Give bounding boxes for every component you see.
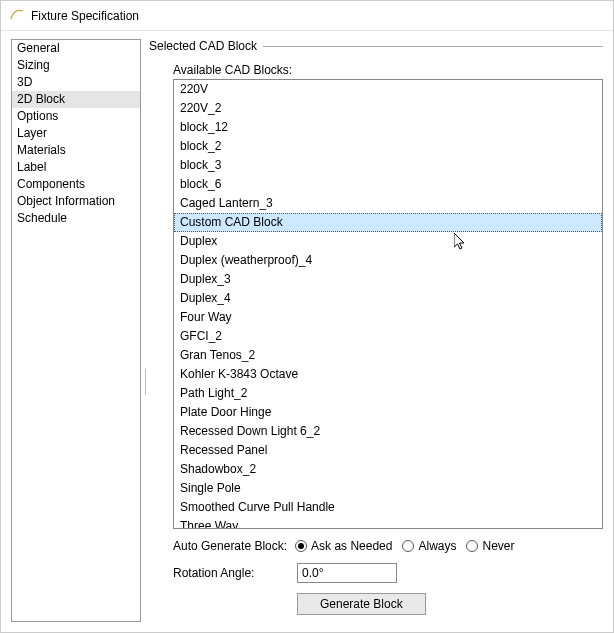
- splitter-handle[interactable]: [143, 369, 147, 395]
- group-divider: [263, 46, 603, 47]
- list-item[interactable]: Path Light_2: [174, 384, 602, 403]
- sidebar-item[interactable]: Sizing: [12, 57, 140, 74]
- cad-block-list[interactable]: 220V220V_2block_12block_2block_3block_6C…: [173, 79, 603, 529]
- auto-generate-radio-group: Ask as NeededAlwaysNever: [295, 539, 514, 553]
- list-item[interactable]: Duplex (weatherproof)_4: [174, 251, 602, 270]
- sidebar-item[interactable]: Label: [12, 159, 140, 176]
- sidebar-item[interactable]: Layer: [12, 125, 140, 142]
- list-item[interactable]: Caged Lantern_3: [174, 194, 602, 213]
- sidebar-item[interactable]: 3D: [12, 74, 140, 91]
- category-sidebar[interactable]: GeneralSizing3D2D BlockOptionsLayerMater…: [11, 39, 141, 622]
- main-panel: Selected CAD Block Available CAD Blocks:…: [149, 39, 603, 622]
- list-item[interactable]: Duplex_4: [174, 289, 602, 308]
- list-item[interactable]: Duplex_3: [174, 270, 602, 289]
- group-label: Selected CAD Block: [149, 39, 263, 53]
- list-item[interactable]: Plate Door Hinge: [174, 403, 602, 422]
- group-header: Selected CAD Block: [149, 39, 603, 53]
- auto-generate-row: Auto Generate Block: Ask as NeededAlways…: [173, 539, 603, 553]
- list-item[interactable]: block_12: [174, 118, 602, 137]
- radio-option[interactable]: Always: [402, 539, 456, 553]
- generate-block-button[interactable]: Generate Block: [297, 593, 426, 615]
- rotation-input[interactable]: [297, 563, 397, 583]
- list-item[interactable]: Duplex: [174, 232, 602, 251]
- list-item[interactable]: Four Way: [174, 308, 602, 327]
- radio-label: Never: [482, 539, 514, 553]
- available-blocks-label: Available CAD Blocks:: [173, 63, 603, 77]
- radio-option[interactable]: Never: [466, 539, 514, 553]
- sidebar-item[interactable]: General: [12, 40, 140, 57]
- list-item[interactable]: Kohler K-3843 Octave: [174, 365, 602, 384]
- list-item[interactable]: block_6: [174, 175, 602, 194]
- rotation-row: Rotation Angle:: [173, 563, 603, 583]
- radio-icon: [295, 540, 307, 552]
- list-item[interactable]: Three Way: [174, 517, 602, 529]
- sidebar-item[interactable]: Materials: [12, 142, 140, 159]
- list-item[interactable]: block_2: [174, 137, 602, 156]
- sidebar-item[interactable]: Schedule: [12, 210, 140, 227]
- list-item[interactable]: Custom CAD Block: [174, 213, 602, 232]
- list-item[interactable]: Smoothed Curve Pull Handle: [174, 498, 602, 517]
- sidebar-item[interactable]: Options: [12, 108, 140, 125]
- sidebar-item[interactable]: Object Information: [12, 193, 140, 210]
- list-item[interactable]: 220V_2: [174, 99, 602, 118]
- radio-label: Ask as Needed: [311, 539, 392, 553]
- list-item[interactable]: block_3: [174, 156, 602, 175]
- list-item[interactable]: Single Pole: [174, 479, 602, 498]
- list-item[interactable]: 220V: [174, 80, 602, 99]
- radio-icon: [402, 540, 414, 552]
- list-item[interactable]: Recessed Panel: [174, 441, 602, 460]
- list-item[interactable]: Gran Tenos_2: [174, 346, 602, 365]
- radio-label: Always: [418, 539, 456, 553]
- app-icon: [9, 6, 25, 25]
- list-item[interactable]: Shadowbox_2: [174, 460, 602, 479]
- auto-generate-label: Auto Generate Block:: [173, 539, 287, 553]
- sidebar-item[interactable]: 2D Block: [12, 91, 140, 108]
- window-title: Fixture Specification: [31, 9, 139, 23]
- list-item[interactable]: Recessed Down Light 6_2: [174, 422, 602, 441]
- sidebar-item[interactable]: Components: [12, 176, 140, 193]
- radio-icon: [466, 540, 478, 552]
- radio-option[interactable]: Ask as Needed: [295, 539, 392, 553]
- list-item[interactable]: GFCI_2: [174, 327, 602, 346]
- rotation-label: Rotation Angle:: [173, 566, 289, 580]
